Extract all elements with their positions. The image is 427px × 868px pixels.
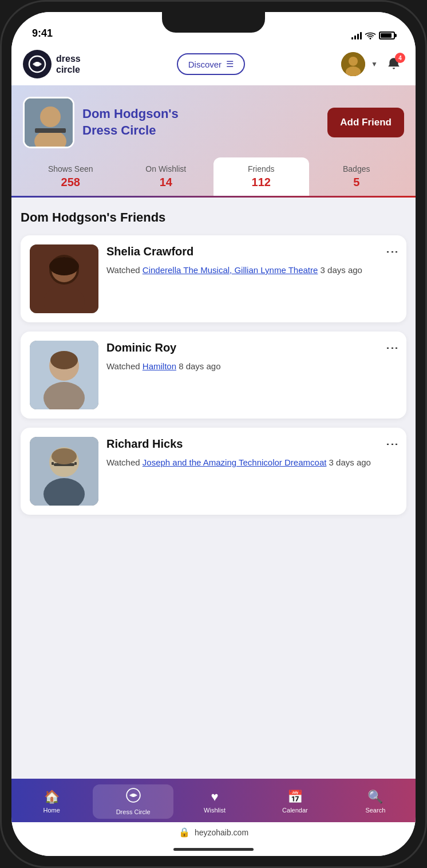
friend-activity-richard: Watched Joseph and the Amazing Technicol… (106, 456, 397, 469)
activity-prefix-shelia: Watched (106, 265, 143, 275)
stat-label-wishlist: On Wishlist (123, 164, 209, 173)
stat-value-wishlist: 14 (123, 176, 209, 189)
friend-avatar-dominic[interactable] (30, 341, 98, 409)
stat-tab-badges[interactable]: Badges 5 (309, 157, 405, 196)
logo-area: dress circle (23, 50, 81, 78)
home-bar (173, 848, 254, 851)
status-time: 9:41 (32, 27, 53, 40)
add-friend-button[interactable]: Add Friend (327, 108, 404, 137)
stat-tab-shows-seen[interactable]: Shows Seen 258 (23, 157, 118, 196)
friends-section-title: Dom Hodgson's Friends (21, 210, 406, 225)
browser-url: heyzohaib.com (195, 828, 248, 837)
friend-info-richard: Richard Hicks ⋮ Watched Joseph and the A… (106, 437, 397, 469)
nav-item-calendar[interactable]: 📅 Calendar (255, 786, 335, 817)
friend-avatar-shelia[interactable] (30, 244, 98, 313)
bottom-nav: 🏠 Home Dress Circle ♥ Wishlist 📅 (11, 779, 416, 822)
user-menu-chevron[interactable]: ▼ (371, 60, 378, 68)
svg-rect-24 (74, 462, 77, 465)
stat-value-shows-seen: 258 (27, 176, 114, 189)
notch (162, 12, 265, 33)
wishlist-nav-label: Wishlist (204, 807, 226, 814)
more-options-shelia[interactable]: ⋮ (387, 244, 397, 258)
calendar-nav-icon: 📅 (287, 790, 303, 804)
phone-frame: 9:41 (0, 0, 427, 868)
dress-circle-nav-icon (126, 788, 141, 806)
logo-text: dress circle (56, 53, 81, 75)
discover-button[interactable]: Discover ☰ (177, 53, 245, 75)
signal-icon (351, 31, 362, 40)
activity-link-richard[interactable]: Joseph and the Amazing Technicolor Dream… (143, 457, 327, 467)
stat-label-badges: Badges (314, 164, 400, 173)
status-icons (351, 31, 395, 40)
lock-icon: 🔒 (179, 827, 190, 838)
stat-tab-wishlist[interactable]: On Wishlist 14 (118, 157, 214, 196)
svg-rect-9 (35, 128, 66, 133)
nav-item-search[interactable]: 🔍 Search (335, 786, 416, 817)
svg-rect-23 (52, 462, 54, 465)
hero-banner: Dom Hodgson's Dress Circle Add Friend Sh… (11, 85, 416, 196)
svg-point-25 (52, 448, 77, 464)
friend-name-dominic: Dominic Roy (106, 341, 176, 354)
hero-user-avatar (23, 97, 74, 148)
hero-name-line2: Dress Circle (82, 123, 179, 139)
activity-link-dominic[interactable]: Hamilton (143, 361, 176, 371)
more-options-richard[interactable]: ⋮ (387, 437, 397, 451)
nav-item-home[interactable]: 🏠 Home (11, 786, 92, 817)
notifications-button[interactable]: 4 (383, 54, 404, 74)
wifi-icon (365, 31, 375, 40)
activity-prefix-richard: Watched (106, 457, 143, 467)
stat-tab-friends[interactable]: Friends 112 (214, 157, 309, 196)
richard-avatar-image (30, 437, 98, 506)
calendar-nav-label: Calendar (282, 807, 308, 814)
activity-suffix-richard: 3 days ago (326, 457, 371, 467)
friend-info-shelia: Shelia Crawford ⋮ Watched Cinderella The… (106, 244, 397, 277)
friend-name-row-dominic: Dominic Roy ⋮ (106, 341, 397, 354)
svg-point-27 (132, 794, 135, 797)
hero-name-line1: Dom Hodgson's (82, 106, 179, 123)
current-user-avatar[interactable] (341, 52, 365, 76)
activity-prefix-dominic: Watched (106, 361, 143, 371)
hero-user: Dom Hodgson's Dress Circle (23, 97, 179, 148)
stat-label-friends: Friends (218, 164, 305, 173)
home-nav-icon: 🏠 (44, 790, 60, 804)
nav-item-wishlist[interactable]: ♥ Wishlist (175, 786, 255, 817)
friend-activity-shelia: Watched Cinderella The Musical, Gillian … (106, 264, 397, 277)
friend-avatar-richard[interactable] (30, 437, 98, 506)
main-content: Dom Hodgson's Friends Shelia Crawford (11, 198, 416, 779)
hero-avatar-image (25, 98, 74, 148)
home-indicator (11, 842, 416, 856)
nav-item-dress-circle[interactable]: Dress Circle (93, 784, 173, 819)
friend-activity-dominic: Watched Hamilton 8 days ago (106, 360, 397, 373)
activity-suffix-shelia: 3 days ago (318, 265, 362, 275)
friend-name-richard: Richard Hicks (106, 437, 183, 451)
hero-user-name: Dom Hodgson's Dress Circle (82, 106, 179, 139)
more-options-dominic[interactable]: ⋮ (387, 341, 397, 354)
stat-value-friends: 112 (218, 176, 305, 189)
friend-name-shelia: Shelia Crawford (106, 245, 193, 258)
svg-point-2 (35, 62, 39, 66)
svg-point-18 (50, 351, 78, 369)
dominic-avatar-image (30, 341, 98, 409)
svg-point-4 (349, 57, 358, 66)
stat-label-shows-seen: Shows Seen (27, 164, 114, 173)
shelia-avatar-image (30, 244, 98, 313)
activity-link-shelia[interactable]: Cinderella The Musical, Gillian Lynme Th… (143, 265, 318, 275)
logo-svg (25, 52, 50, 77)
friend-card-richard: Richard Hicks ⋮ Watched Joseph and the A… (21, 428, 406, 515)
svg-point-14 (49, 257, 79, 275)
activity-suffix-dominic: 8 days ago (176, 361, 221, 371)
friend-card-dominic: Dominic Roy ⋮ Watched Hamilton 8 days ag… (21, 332, 406, 419)
search-nav-icon: 🔍 (367, 790, 383, 804)
friend-info-dominic: Dominic Roy ⋮ Watched Hamilton 8 days ag… (106, 341, 397, 373)
phone-screen: 9:41 (11, 12, 416, 856)
friend-name-row-richard: Richard Hicks ⋮ (106, 437, 397, 451)
home-nav-label: Home (44, 807, 60, 814)
menu-icon: ☰ (226, 59, 234, 69)
hero-top: Dom Hodgson's Dress Circle Add Friend (23, 97, 404, 148)
header-right: ▼ 4 (341, 52, 404, 76)
friend-card-shelia: Shelia Crawford ⋮ Watched Cinderella The… (21, 235, 406, 322)
wishlist-nav-icon: ♥ (211, 790, 218, 804)
app-logo-icon (23, 50, 52, 78)
search-nav-label: Search (365, 807, 385, 814)
friend-name-row-shelia: Shelia Crawford ⋮ (106, 244, 397, 258)
